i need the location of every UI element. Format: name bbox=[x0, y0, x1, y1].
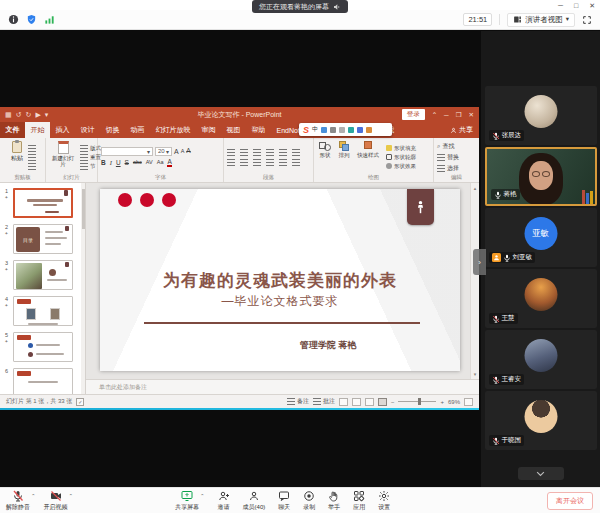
format-painter-icon[interactable] bbox=[28, 163, 36, 170]
ppt-signin-button[interactable]: 登录 bbox=[402, 109, 425, 120]
tab-review[interactable]: 审阅 bbox=[196, 122, 221, 138]
participant-tile[interactable]: 于晓国 bbox=[485, 391, 597, 450]
mic-options-caret[interactable]: ⌃ bbox=[31, 493, 36, 499]
select-button[interactable]: 选择 bbox=[437, 164, 459, 173]
settings-button[interactable]: 设置 bbox=[378, 490, 390, 512]
network-signal-icon[interactable] bbox=[44, 14, 55, 25]
zoom-out-button[interactable]: − bbox=[391, 399, 395, 405]
align-left-icon[interactable] bbox=[227, 159, 235, 166]
tab-transitions[interactable]: 切换 bbox=[100, 122, 125, 138]
raise-hand-button[interactable]: 举手 bbox=[328, 490, 340, 512]
security-shield-icon[interactable] bbox=[26, 14, 37, 25]
slide-thumbnail-4[interactable]: 4✦ bbox=[2, 296, 82, 326]
window-close-button[interactable]: ✕ bbox=[589, 2, 595, 9]
grow-font-button[interactable]: A bbox=[174, 148, 179, 155]
participant-tile[interactable]: 亚敏 刘亚敏 bbox=[485, 208, 597, 267]
smartart-icon[interactable] bbox=[292, 159, 300, 166]
italic-button[interactable]: I bbox=[110, 160, 112, 167]
window-minimize-button[interactable]: ─ bbox=[558, 2, 563, 9]
font-size-select[interactable]: 20▾ bbox=[155, 147, 172, 156]
fullscreen-icon[interactable] bbox=[582, 15, 592, 25]
find-button[interactable]: ⌕查找 bbox=[437, 142, 459, 151]
zoom-level[interactable]: 69% bbox=[448, 399, 460, 405]
speaker-view-button[interactable]: 演讲者视图 ▾ bbox=[507, 13, 575, 27]
window-maximize-button[interactable]: □ bbox=[574, 2, 578, 9]
slideshow-view-button[interactable] bbox=[378, 398, 387, 406]
sogou-input-bar[interactable]: S 中 bbox=[299, 123, 392, 136]
participant-tile[interactable]: 王慧 bbox=[485, 269, 597, 328]
character-spacing-button[interactable]: AV bbox=[146, 160, 153, 166]
shape-fill-button[interactable]: 形状填充 bbox=[386, 145, 416, 152]
meeting-info-icon[interactable] bbox=[8, 14, 19, 25]
tab-help[interactable]: 帮助 bbox=[246, 122, 271, 138]
bold-button[interactable]: B bbox=[101, 160, 106, 167]
ppt-restore-button[interactable]: ❐ bbox=[456, 111, 462, 119]
text-shadow-button[interactable]: abc bbox=[133, 160, 142, 166]
clear-format-button[interactable]: A bbox=[186, 148, 190, 155]
record-button[interactable]: 录制 bbox=[303, 490, 315, 512]
start-video-button[interactable]: 开启视频 bbox=[44, 490, 68, 512]
replace-button[interactable]: 替换 bbox=[437, 153, 459, 162]
tab-insert[interactable]: 插入 bbox=[50, 122, 75, 138]
tab-animations[interactable]: 动画 bbox=[125, 122, 150, 138]
ppt-close-button[interactable]: ✕ bbox=[469, 111, 474, 119]
notes-pane[interactable]: 单击此处添加备注 bbox=[86, 379, 479, 394]
font-name-select[interactable]: ▾ bbox=[101, 147, 153, 156]
change-case-button[interactable]: Aa bbox=[157, 160, 164, 166]
slide-sorter-view-button[interactable] bbox=[352, 398, 361, 406]
apps-button[interactable]: 应用 bbox=[353, 490, 365, 512]
speaker-icon[interactable] bbox=[333, 3, 341, 11]
slide-canvas[interactable]: 为有趣的灵魂武装美丽的外表 —毕业论文格式要求 管理学院 蒋艳 ▴ ▾ bbox=[86, 183, 479, 379]
slide-thumbnail-5[interactable]: 5✦ bbox=[2, 332, 82, 362]
unmute-button[interactable]: 解除静音 bbox=[6, 490, 30, 512]
members-button[interactable]: 成员(40) bbox=[243, 490, 266, 512]
zoom-slider-thumb[interactable] bbox=[418, 398, 421, 405]
decrease-indent-icon[interactable] bbox=[253, 149, 261, 156]
slide-thumbnail-2[interactable]: 2✦ 目录 bbox=[2, 224, 82, 254]
align-right-icon[interactable] bbox=[253, 159, 261, 166]
shape-outline-button[interactable]: 形状轮廓 bbox=[386, 154, 416, 161]
slideshow-icon[interactable]: ▶ bbox=[35, 111, 40, 119]
increase-indent-icon[interactable] bbox=[266, 149, 274, 156]
participant-tile[interactable]: 张晨达 bbox=[485, 86, 597, 145]
share-options-caret[interactable]: ⌃ bbox=[200, 493, 205, 499]
underline-button[interactable]: U bbox=[116, 160, 121, 167]
slide-thumbnail-1[interactable]: 1✦ bbox=[2, 188, 82, 218]
normal-view-button[interactable] bbox=[339, 398, 348, 406]
leave-meeting-button[interactable]: 离开会议 bbox=[547, 492, 593, 510]
shape-effects-button[interactable]: 形状效果 bbox=[386, 163, 416, 170]
align-center-icon[interactable] bbox=[240, 159, 248, 166]
ppt-share-button[interactable]: 共享 bbox=[450, 122, 479, 138]
participant-tile[interactable]: 王睿安 bbox=[485, 330, 597, 389]
shrink-font-button[interactable]: A bbox=[181, 149, 185, 155]
tab-file[interactable]: 文件 bbox=[0, 122, 25, 138]
notes-toggle[interactable]: 备注 bbox=[287, 397, 309, 406]
justify-icon[interactable] bbox=[266, 159, 274, 166]
camera-options-caret[interactable]: ⌃ bbox=[69, 493, 74, 499]
tab-slideshow[interactable]: 幻灯片放映 bbox=[150, 122, 196, 138]
paste-button[interactable]: 粘贴 bbox=[9, 141, 25, 173]
current-slide[interactable]: 为有趣的灵魂武装美丽的外表 —毕业论文格式要求 管理学院 蒋艳 bbox=[100, 189, 460, 371]
bullets-icon[interactable] bbox=[227, 149, 235, 156]
columns-icon[interactable] bbox=[279, 159, 287, 166]
more-participants-button[interactable] bbox=[518, 467, 564, 480]
zoom-in-button[interactable]: + bbox=[440, 399, 444, 405]
undo-icon[interactable]: ↺ bbox=[16, 111, 22, 119]
new-slide-button[interactable]: 新建幻灯片 bbox=[49, 141, 77, 173]
zoom-slider[interactable] bbox=[398, 401, 436, 402]
comments-toggle[interactable]: 批注 bbox=[313, 397, 335, 406]
invite-button[interactable]: 邀请 bbox=[218, 490, 230, 512]
tab-home[interactable]: 开始 bbox=[25, 122, 50, 138]
ppt-minimize-button[interactable]: ─ bbox=[444, 111, 449, 118]
cut-icon[interactable] bbox=[28, 145, 36, 152]
strikethrough-button[interactable]: S bbox=[125, 160, 129, 167]
fit-to-window-button[interactable] bbox=[464, 398, 473, 406]
text-direction-icon[interactable] bbox=[292, 149, 300, 156]
slide-thumbnail-6[interactable]: 6 bbox=[2, 368, 82, 394]
slide-thumbnail-3[interactable]: 3✦ bbox=[2, 260, 82, 290]
line-spacing-icon[interactable] bbox=[279, 149, 287, 156]
tab-view[interactable]: 视图 bbox=[221, 122, 246, 138]
arrange-button[interactable]: 排列 bbox=[336, 141, 352, 173]
save-icon[interactable]: ▦ bbox=[5, 111, 12, 119]
reading-view-button[interactable] bbox=[365, 398, 374, 406]
